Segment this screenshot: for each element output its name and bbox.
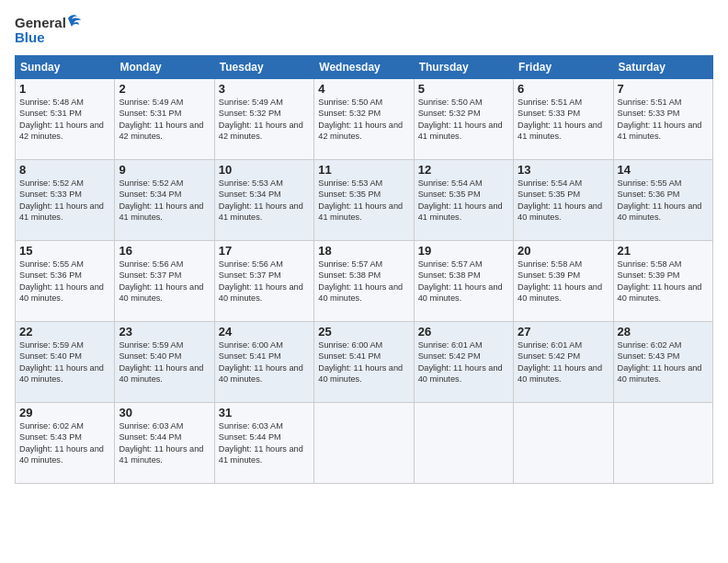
day-info: Sunrise: 5:49 AMSunset: 5:31 PMDaylight:… [119,97,210,143]
day-cell: 14Sunrise: 5:55 AMSunset: 5:36 PMDayligh… [613,160,712,241]
day-info: Sunrise: 6:00 AMSunset: 5:41 PMDaylight:… [318,339,409,385]
day-cell: 20Sunrise: 5:58 AMSunset: 5:39 PMDayligh… [514,241,613,322]
title-area [88,11,713,13]
day-info: Sunrise: 5:59 AMSunset: 5:40 PMDaylight:… [19,339,110,385]
day-cell [514,403,613,484]
day-number: 23 [119,325,210,339]
day-cell: 19Sunrise: 5:57 AMSunset: 5:38 PMDayligh… [414,241,513,322]
weekday-header-thursday: Thursday [414,56,513,79]
day-number: 15 [19,244,110,258]
day-cell: 5Sunrise: 5:50 AMSunset: 5:32 PMDaylight… [414,79,513,160]
day-info: Sunrise: 5:51 AMSunset: 5:33 PMDaylight:… [518,97,609,143]
day-number: 4 [318,82,409,96]
week-row-2: 8Sunrise: 5:52 AMSunset: 5:33 PMDaylight… [16,160,713,241]
day-cell: 13Sunrise: 5:54 AMSunset: 5:35 PMDayligh… [514,160,613,241]
day-info: Sunrise: 5:52 AMSunset: 5:33 PMDaylight:… [19,178,110,224]
week-row-5: 29Sunrise: 6:02 AMSunset: 5:43 PMDayligh… [16,403,713,484]
day-cell: 1Sunrise: 5:48 AMSunset: 5:31 PMDaylight… [16,79,115,160]
day-info: Sunrise: 6:01 AMSunset: 5:42 PMDaylight:… [518,339,609,385]
header: General Blue [15,11,713,52]
day-number: 6 [518,82,609,96]
logo: General Blue [15,11,88,52]
day-info: Sunrise: 6:02 AMSunset: 5:43 PMDaylight:… [618,339,709,385]
day-number: 12 [418,163,509,177]
weekday-header-tuesday: Tuesday [214,56,313,79]
day-number: 22 [19,325,110,339]
day-info: Sunrise: 5:55 AMSunset: 5:36 PMDaylight:… [618,178,709,224]
day-number: 19 [418,244,509,258]
day-cell: 12Sunrise: 5:54 AMSunset: 5:35 PMDayligh… [414,160,513,241]
day-info: Sunrise: 5:55 AMSunset: 5:36 PMDaylight:… [19,259,110,304]
day-cell: 27Sunrise: 6:01 AMSunset: 5:42 PMDayligh… [514,322,613,403]
page: General Blue SundayMondayTuesdayWednesda… [0,0,728,563]
day-info: Sunrise: 5:54 AMSunset: 5:35 PMDaylight:… [518,178,609,224]
day-cell: 22Sunrise: 5:59 AMSunset: 5:40 PMDayligh… [16,322,115,403]
day-number: 13 [518,163,609,177]
day-number: 11 [318,163,409,177]
day-cell: 6Sunrise: 5:51 AMSunset: 5:33 PMDaylight… [514,79,613,160]
day-cell: 26Sunrise: 6:01 AMSunset: 5:42 PMDayligh… [414,322,513,403]
day-info: Sunrise: 5:59 AMSunset: 5:40 PMDaylight:… [119,339,210,385]
day-cell: 4Sunrise: 5:50 AMSunset: 5:32 PMDaylight… [314,79,414,160]
day-cell: 23Sunrise: 5:59 AMSunset: 5:40 PMDayligh… [115,322,214,403]
day-number: 3 [219,82,310,96]
day-number: 8 [19,163,110,177]
day-cell: 15Sunrise: 5:55 AMSunset: 5:36 PMDayligh… [16,241,115,322]
day-cell: 29Sunrise: 6:02 AMSunset: 5:43 PMDayligh… [16,403,115,484]
day-info: Sunrise: 5:57 AMSunset: 5:38 PMDaylight:… [318,259,409,304]
day-number: 16 [119,244,210,258]
weekday-header-wednesday: Wednesday [314,56,414,79]
day-number: 26 [418,325,509,339]
day-info: Sunrise: 5:53 AMSunset: 5:35 PMDaylight:… [318,178,409,224]
day-info: Sunrise: 5:50 AMSunset: 5:32 PMDaylight:… [418,97,509,143]
day-number: 1 [19,82,110,96]
day-number: 31 [219,406,310,419]
day-info: Sunrise: 5:48 AMSunset: 5:31 PMDaylight:… [19,97,110,143]
day-info: Sunrise: 5:58 AMSunset: 5:39 PMDaylight:… [518,259,609,304]
day-cell: 30Sunrise: 6:03 AMSunset: 5:44 PMDayligh… [115,403,214,484]
day-cell [314,403,414,484]
day-number: 21 [618,244,709,258]
day-number: 25 [318,325,409,339]
weekday-header-row: SundayMondayTuesdayWednesdayThursdayFrid… [16,56,713,79]
day-cell: 8Sunrise: 5:52 AMSunset: 5:33 PMDaylight… [16,160,115,241]
day-number: 20 [518,244,609,258]
day-info: Sunrise: 6:03 AMSunset: 5:44 PMDaylight:… [119,420,210,466]
week-row-4: 22Sunrise: 5:59 AMSunset: 5:40 PMDayligh… [16,322,713,403]
day-number: 27 [518,325,609,339]
svg-text:Blue: Blue [15,29,45,45]
day-cell: 25Sunrise: 6:00 AMSunset: 5:41 PMDayligh… [314,322,414,403]
day-cell: 17Sunrise: 5:56 AMSunset: 5:37 PMDayligh… [214,241,313,322]
day-cell [613,403,712,484]
day-info: Sunrise: 5:54 AMSunset: 5:35 PMDaylight:… [418,178,509,224]
day-cell: 11Sunrise: 5:53 AMSunset: 5:35 PMDayligh… [314,160,414,241]
calendar-table: SundayMondayTuesdayWednesdayThursdayFrid… [15,55,713,484]
day-number: 30 [119,406,210,419]
day-info: Sunrise: 5:57 AMSunset: 5:38 PMDaylight:… [418,259,509,304]
day-info: Sunrise: 5:50 AMSunset: 5:32 PMDaylight:… [318,97,409,143]
day-cell: 2Sunrise: 5:49 AMSunset: 5:31 PMDaylight… [115,79,214,160]
weekday-header-sunday: Sunday [16,56,115,79]
day-cell: 18Sunrise: 5:57 AMSunset: 5:38 PMDayligh… [314,241,414,322]
day-info: Sunrise: 5:58 AMSunset: 5:39 PMDaylight:… [618,259,709,304]
day-cell: 16Sunrise: 5:56 AMSunset: 5:37 PMDayligh… [115,241,214,322]
week-row-3: 15Sunrise: 5:55 AMSunset: 5:36 PMDayligh… [16,241,713,322]
day-number: 17 [219,244,310,258]
svg-text:General: General [15,15,66,30]
day-cell: 3Sunrise: 5:49 AMSunset: 5:32 PMDaylight… [214,79,313,160]
weekday-header-saturday: Saturday [613,56,712,79]
day-info: Sunrise: 5:52 AMSunset: 5:34 PMDaylight:… [119,178,210,224]
day-cell: 21Sunrise: 5:58 AMSunset: 5:39 PMDayligh… [613,241,712,322]
day-info: Sunrise: 6:01 AMSunset: 5:42 PMDaylight:… [418,339,509,385]
day-info: Sunrise: 5:49 AMSunset: 5:32 PMDaylight:… [219,97,310,143]
day-number: 7 [618,82,709,96]
day-cell: 24Sunrise: 6:00 AMSunset: 5:41 PMDayligh… [214,322,313,403]
day-number: 14 [618,163,709,177]
day-number: 2 [119,82,210,96]
weekday-header-monday: Monday [115,56,214,79]
day-number: 5 [418,82,509,96]
day-number: 18 [318,244,409,258]
day-cell: 7Sunrise: 5:51 AMSunset: 5:33 PMDaylight… [613,79,712,160]
day-cell: 9Sunrise: 5:52 AMSunset: 5:34 PMDaylight… [115,160,214,241]
day-number: 28 [618,325,709,339]
